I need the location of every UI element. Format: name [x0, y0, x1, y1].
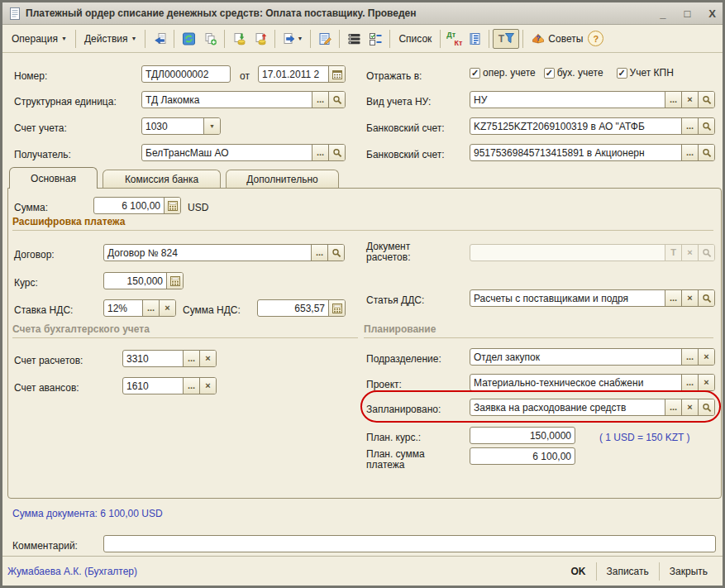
exchange-rate-value[interactable]: 150,000	[104, 273, 166, 289]
sum-field[interactable]: 6 100,00	[93, 197, 181, 214]
division-value[interactable]: Отдел закупок	[470, 349, 681, 365]
advice-button[interactable]: ? Советы	[527, 30, 588, 48]
vat-rate-ellipsis-button[interactable]: ...	[142, 300, 159, 316]
vat-rate-value[interactable]: 12%	[104, 300, 142, 316]
number-field[interactable]: ТДЛ00000002	[141, 65, 231, 83]
plan-rate-value[interactable]: 150,0000	[470, 428, 575, 443]
tab-bank-commission[interactable]: Комиссия банка	[103, 170, 221, 188]
planned-field[interactable]: Заявка на расходование средств ... ×	[470, 399, 715, 416]
copy-button[interactable]	[199, 29, 221, 49]
vat-rate-field[interactable]: 12% ... ×	[103, 299, 176, 317]
bank-account2-field[interactable]: 95175369845713415891 в Акционерн ...	[470, 144, 715, 161]
ok-button[interactable]: OK	[561, 562, 596, 581]
sum-value[interactable]: 6 100,00	[94, 198, 164, 213]
dds-item-clear-button[interactable]: ×	[681, 290, 698, 306]
operation-menu-button[interactable]: Операция ▼	[7, 31, 72, 47]
settlement-doc-field[interactable]: T ×	[470, 244, 715, 261]
dt-kt-postings-button[interactable]: Дт Кт	[444, 30, 464, 48]
settings-list-button[interactable]	[365, 29, 386, 49]
division-ellipsis-button[interactable]: ...	[681, 349, 698, 365]
advance-account-clear-button[interactable]: ×	[199, 378, 216, 394]
planned-ellipsis-button[interactable]: ...	[665, 399, 681, 415]
payee-field[interactable]: БелТрансМаш АО ...	[141, 144, 346, 161]
close-button[interactable]: X	[708, 7, 716, 20]
contract-value[interactable]: Договор № 824	[104, 245, 311, 261]
payee-search-button[interactable]	[328, 145, 345, 160]
post-document-button[interactable]	[228, 29, 250, 49]
maximize-button[interactable]: □	[684, 7, 690, 20]
planned-value[interactable]: Заявка на расходование средств	[470, 399, 665, 415]
division-clear-button[interactable]: ×	[698, 349, 714, 365]
sum-calc-button[interactable]	[164, 198, 180, 213]
project-clear-button[interactable]: ×	[698, 375, 714, 390]
report-button[interactable]	[464, 29, 485, 49]
refresh-button[interactable]	[178, 29, 199, 49]
bank-account2-ellipsis-button[interactable]: ...	[681, 145, 698, 160]
struct-unit-ellipsis-button[interactable]: ...	[312, 92, 328, 108]
dds-item-value[interactable]: Расчеты с поставщиками и подря	[470, 290, 665, 306]
date-value[interactable]: 17.01.2011 2	[259, 66, 328, 82]
settlement-account-value[interactable]: 3310	[123, 351, 183, 366]
close-form-button[interactable]: Закрыть	[659, 562, 718, 581]
help-button[interactable]: ?	[588, 31, 603, 46]
document-structure-button[interactable]	[343, 29, 365, 49]
nu-kind-field[interactable]: НУ ... ×	[470, 91, 715, 108]
vat-sum-value[interactable]: 653,57	[258, 300, 328, 316]
account-field[interactable]: 1030 ▼	[141, 117, 221, 135]
tab-additional[interactable]: Дополнительно	[226, 170, 339, 188]
number-value[interactable]: ТДЛ00000002	[142, 66, 230, 82]
contract-ellipsis-button[interactable]: ...	[311, 245, 327, 261]
bank-account2-search-button[interactable]	[698, 145, 714, 160]
advance-account-value[interactable]: 1610	[123, 378, 183, 394]
dds-item-ellipsis-button[interactable]: ...	[665, 290, 681, 306]
settlement-doc-search-button[interactable]	[698, 245, 714, 261]
minimize-button[interactable]: _	[660, 7, 665, 20]
bank-account1-ellipsis-button[interactable]: ...	[681, 118, 698, 134]
bank-account1-value[interactable]: KZ75125KZT2069100319 в АО "АТФБ	[470, 118, 681, 134]
kpn-account-checkbox[interactable]: ✓	[617, 68, 627, 79]
division-field[interactable]: Отдел закупок ... ×	[470, 348, 715, 366]
settlement-doc-type-button[interactable]: T	[665, 245, 681, 261]
planned-clear-button[interactable]: ×	[681, 399, 698, 415]
vat-sum-calc-button[interactable]	[328, 300, 345, 316]
planned-search-button[interactable]	[698, 399, 714, 415]
contract-field[interactable]: Договор № 824 ...	[103, 244, 345, 261]
date-field[interactable]: 17.01.2011 2	[258, 65, 346, 83]
exchange-rate-field[interactable]: 150,000	[103, 272, 184, 289]
struct-unit-value[interactable]: ТД Лакомка	[142, 92, 312, 108]
settlement-account-clear-button[interactable]: ×	[199, 351, 216, 366]
project-value[interactable]: Материально-техническое снабжени	[470, 375, 681, 390]
plan-rate-field[interactable]: 150,0000	[470, 427, 575, 444]
bank-account1-search-button[interactable]	[698, 118, 714, 134]
nu-kind-search-button[interactable]	[698, 92, 714, 108]
vat-sum-field[interactable]: 653,57	[257, 299, 346, 317]
exchange-rate-calc-button[interactable]	[166, 273, 183, 289]
bank-account1-field[interactable]: KZ75125KZT2069100319 в АО "АТФБ ...	[470, 117, 715, 135]
nu-kind-ellipsis-button[interactable]: ...	[665, 92, 681, 108]
struct-unit-search-button[interactable]	[328, 92, 345, 108]
advance-account-field[interactable]: 1610 ... ×	[122, 377, 217, 394]
vat-rate-clear-button[interactable]: ×	[159, 300, 175, 316]
comment-field[interactable]	[103, 535, 716, 552]
actions-menu-button[interactable]: Действия ▼	[79, 31, 142, 47]
save-and-close-button[interactable]	[149, 29, 170, 49]
struct-unit-field[interactable]: ТД Лакомка ...	[141, 91, 346, 108]
plan-sum-field[interactable]: 6 100,00	[470, 447, 575, 465]
write-button[interactable]: Записать	[596, 562, 659, 581]
tab-main[interactable]: Основная	[9, 167, 98, 189]
oper-account-checkbox[interactable]: ✓	[470, 68, 480, 79]
project-field[interactable]: Материально-техническое снабжени ... ×	[470, 374, 715, 391]
dds-item-field[interactable]: Расчеты с поставщиками и подря ... ×	[470, 289, 715, 307]
account-value[interactable]: 1030	[142, 118, 203, 134]
contract-search-button[interactable]	[327, 245, 344, 261]
nu-kind-clear-button[interactable]: ×	[681, 92, 698, 108]
advance-account-ellipsis-button[interactable]: ...	[183, 378, 199, 394]
plan-sum-value[interactable]: 6 100,00	[470, 448, 575, 464]
settlement-account-field[interactable]: 3310 ... ×	[122, 350, 217, 367]
comment-value[interactable]	[104, 536, 715, 552]
payee-value[interactable]: БелТрансМаш АО	[142, 145, 312, 160]
account-dropdown-button[interactable]: ▼	[203, 118, 220, 134]
settlement-doc-value[interactable]	[470, 245, 665, 261]
date-calendar-button[interactable]	[328, 66, 345, 82]
project-ellipsis-button[interactable]: ...	[681, 375, 698, 390]
